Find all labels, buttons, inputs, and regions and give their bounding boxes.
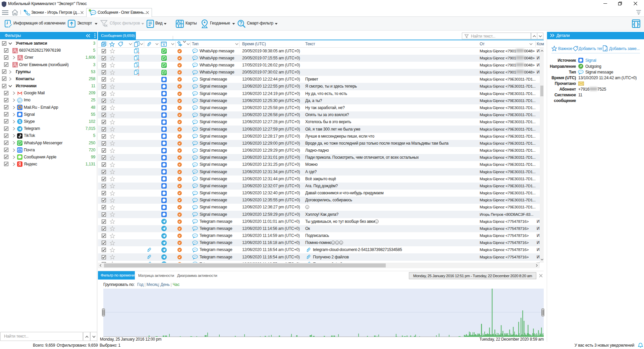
svg-text:2: 2 [138,52,140,54]
svg-text:S: S [18,120,21,124]
svg-text:A: A [163,43,165,46]
svg-text:2: 2 [138,66,140,68]
svg-text:2: 2 [138,59,140,61]
svg-text:2: 2 [138,73,140,76]
